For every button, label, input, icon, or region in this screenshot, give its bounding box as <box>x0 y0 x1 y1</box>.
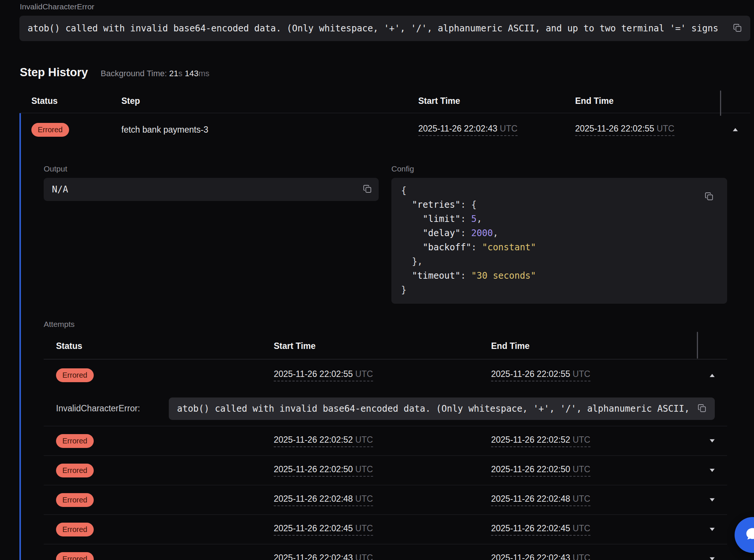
chevron-down-icon[interactable] <box>697 496 727 504</box>
attempt-error-type: InvalidCharacterError: <box>56 403 169 414</box>
attempt-start-time[interactable]: 2025-11-26 22:02:43 UTC <box>274 553 373 560</box>
attempt-row[interactable]: Errored 2025-11-26 22:02:45 UTC 2025-11-… <box>44 515 727 544</box>
copy-icon <box>732 23 742 34</box>
column-header-status: Status <box>56 341 274 351</box>
step-table-scrollbar[interactable] <box>720 90 721 116</box>
attempt-error-detail: InvalidCharacterError: atob() called wit… <box>44 391 727 426</box>
config-label: Config <box>391 164 414 173</box>
attempt-row[interactable]: Errored 2025-11-26 22:02:55 UTC 2025-11-… <box>44 359 727 391</box>
error-type-label: InvalidCharacterError <box>20 2 94 11</box>
attempt-end-time[interactable]: 2025-11-26 22:02:43 UTC <box>491 553 590 560</box>
column-header-end-time: End Time <box>491 341 697 351</box>
column-header-start-time: Start Time <box>274 341 491 351</box>
column-header-status: Status <box>31 96 121 106</box>
background-time: Background Time: 21s 143ms <box>101 69 210 78</box>
error-message-block: atob() called with invalid base64-encode… <box>19 16 750 41</box>
attempts-table-header: Status Start Time End Time <box>44 333 727 359</box>
attempt-row[interactable]: Errored 2025-11-26 22:02:52 UTC 2025-11-… <box>44 426 727 456</box>
attempt-end-time[interactable]: 2025-11-26 22:02:50 UTC <box>491 464 590 477</box>
output-label: Output <box>44 164 67 173</box>
attempt-error-message-block: atob() called with invalid base64-encode… <box>169 397 715 420</box>
attempt-end-time[interactable]: 2025-11-26 22:02:55 UTC <box>491 369 590 381</box>
chevron-down-icon[interactable] <box>697 526 727 533</box>
chevron-down-icon[interactable] <box>697 467 727 474</box>
attempt-error-message: atob() called with invalid base64-encode… <box>177 403 689 414</box>
config-json: { "retries": { "limit": 5, "delay": 2000… <box>401 183 717 297</box>
step-table-header: Status Step Start Time End Time <box>19 89 750 113</box>
attempts-table-scrollbar[interactable] <box>697 332 698 359</box>
attempt-start-time[interactable]: 2025-11-26 22:02:45 UTC <box>274 523 373 536</box>
column-header-start-time: Start Time <box>418 96 575 106</box>
config-block: { "retries": { "limit": 5, "delay": 2000… <box>391 178 727 304</box>
attempt-row[interactable]: Errored 2025-11-26 22:02:50 UTC 2025-11-… <box>44 456 727 485</box>
attempt-start-time[interactable]: 2025-11-26 22:02:55 UTC <box>274 369 373 381</box>
attempt-end-time[interactable]: 2025-11-26 22:02:45 UTC <box>491 523 590 536</box>
copy-button[interactable] <box>729 21 745 36</box>
chat-fab-button[interactable] <box>735 517 754 553</box>
step-row[interactable]: Errored fetch bank payments-3 2025-11-26… <box>19 113 750 146</box>
selected-row-indicator <box>19 113 21 560</box>
chevron-up-icon[interactable] <box>720 126 750 133</box>
step-start-time[interactable]: 2025-11-26 22:02:43 UTC <box>418 124 518 136</box>
step-end-time[interactable]: 2025-11-26 22:02:55 UTC <box>575 124 674 136</box>
chevron-up-icon[interactable] <box>697 372 727 379</box>
step-history-panel: InvalidCharacterError atob() called with… <box>0 0 754 560</box>
step-table: Status Step Start Time End Time Errored … <box>19 89 750 146</box>
column-header-end-time: End Time <box>575 96 720 106</box>
attempt-end-time[interactable]: 2025-11-26 22:02:52 UTC <box>491 435 590 447</box>
status-badge: Errored <box>56 493 94 507</box>
attempt-start-time[interactable]: 2025-11-26 22:02:48 UTC <box>274 494 373 506</box>
status-badge: Errored <box>56 523 94 536</box>
chat-bubble-icon <box>744 526 754 544</box>
output-block: N/A <box>44 178 379 201</box>
status-badge: Errored <box>56 368 94 382</box>
attempt-end-time[interactable]: 2025-11-26 22:02:48 UTC <box>491 494 590 506</box>
step-name: fetch bank payments-3 <box>121 125 418 135</box>
copy-button[interactable] <box>359 182 375 197</box>
attempt-start-time[interactable]: 2025-11-26 22:02:52 UTC <box>274 435 373 447</box>
status-badge: Errored <box>31 123 69 137</box>
attempt-row[interactable]: Errored 2025-11-26 22:02:48 UTC 2025-11-… <box>44 485 727 515</box>
column-header-step: Step <box>121 96 418 106</box>
copy-icon <box>362 184 372 195</box>
attempts-label: Attempts <box>44 320 75 329</box>
status-badge: Errored <box>56 434 94 448</box>
attempt-row[interactable]: Errored 2025-11-26 22:02:43 UTC 2025-11-… <box>44 544 727 560</box>
copy-icon <box>697 403 707 414</box>
step-history-header: Step History Background Time: 21s 143ms <box>20 66 210 79</box>
error-message-text: atob() called with invalid base64-encode… <box>28 23 720 34</box>
copy-icon <box>704 191 714 202</box>
status-badge: Errored <box>56 552 94 560</box>
copy-button[interactable] <box>701 189 717 205</box>
output-value: N/A <box>52 184 68 195</box>
copy-button[interactable] <box>694 401 710 417</box>
attempt-start-time[interactable]: 2025-11-26 22:02:50 UTC <box>274 464 373 477</box>
attempts-table: Status Start Time End Time Errored 2025-… <box>44 333 727 560</box>
status-badge: Errored <box>56 464 94 477</box>
chevron-down-icon[interactable] <box>697 555 727 560</box>
page-title: Step History <box>20 66 88 79</box>
chevron-down-icon[interactable] <box>697 437 727 445</box>
